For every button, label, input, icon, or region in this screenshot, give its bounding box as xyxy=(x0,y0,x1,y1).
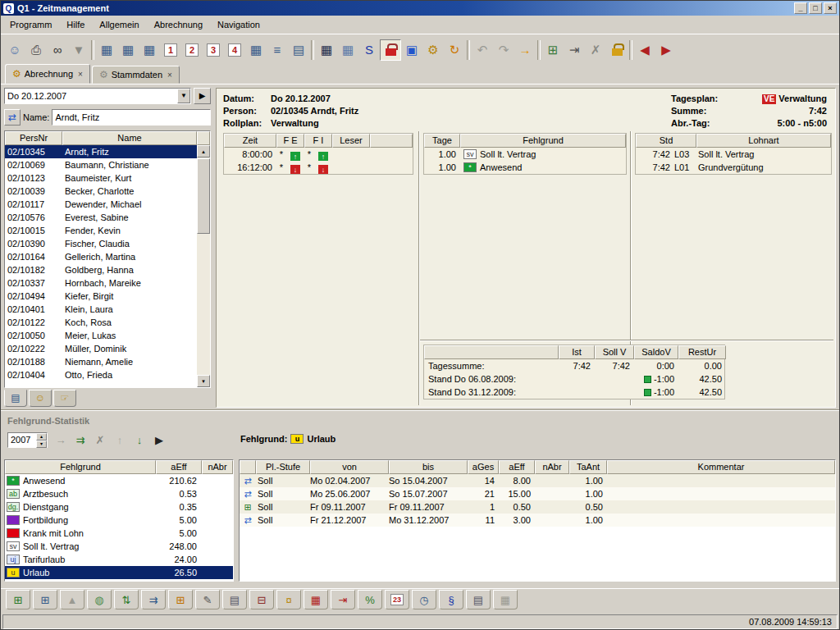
drag-view-tab[interactable]: ☞ xyxy=(53,390,76,407)
view-icon[interactable]: ∞ xyxy=(47,39,68,61)
calendar-2-icon[interactable]: 2 xyxy=(181,39,203,61)
timesheet-icon[interactable]: ⊞ xyxy=(6,590,30,609)
next-icon[interactable]: → xyxy=(52,431,70,448)
employee-row[interactable]: 02/10182 Goldberg, Hanna xyxy=(5,263,197,276)
balance-icon[interactable]: ⇅ xyxy=(114,590,139,609)
employee-row[interactable]: 02/10039 Becker, Charlotte xyxy=(5,185,197,198)
paragraph-icon[interactable]: § xyxy=(439,590,463,609)
lohnart-row[interactable]: 7:42 L03 Soll lt. Vertrag xyxy=(636,148,831,161)
booking-row[interactable]: 8:00:00 * ↑ * ↑ xyxy=(224,148,413,161)
period-row[interactable]: ⇄ Soll Mo 02.04.2007 So 15.04.2007 14 8.… xyxy=(240,474,835,487)
fehlgrund-row[interactable]: sv Soll lt. Vertrag 248.00 xyxy=(5,540,233,553)
vertical-scrollbar[interactable]: ▴ ▾ xyxy=(197,145,210,387)
tab[interactable]: ⚙ Stammdaten × xyxy=(92,66,180,84)
saldo-icon[interactable]: S xyxy=(358,39,380,61)
absence-icon[interactable]: ▦ xyxy=(304,590,328,609)
pyramid-icon[interactable]: ▲ xyxy=(60,590,84,609)
journal-icon[interactable]: ▤ xyxy=(288,39,309,61)
cell-icon[interactable]: ▦ xyxy=(337,39,358,61)
employee-row[interactable]: 02/10122 Koch, Rosa xyxy=(5,316,197,329)
gears-icon[interactable]: ⚙ xyxy=(422,39,444,61)
menu-item[interactable]: Hilfe xyxy=(59,17,92,32)
fehlgrund-day-row[interactable]: 1.00 * Anwesend xyxy=(424,161,626,174)
name-input[interactable] xyxy=(52,109,211,126)
employee-row[interactable]: 02/10069 Baumann, Christiane xyxy=(5,158,197,171)
lohnart-row[interactable]: 7:42 L01 Grundvergütung xyxy=(636,161,831,174)
week-grid-icon[interactable]: ▦ xyxy=(117,39,139,61)
employee-row[interactable]: 02/10404 Otto, Frieda xyxy=(5,368,197,381)
close-button[interactable]: × xyxy=(824,2,837,14)
minimize-button[interactable]: _ xyxy=(794,2,807,14)
list-view-tab[interactable]: ▤ xyxy=(4,390,27,407)
employee-row[interactable]: 02/10390 Fischer, Claudia xyxy=(5,237,197,250)
first-record-icon[interactable]: ◀ xyxy=(634,39,655,61)
employee-row[interactable]: 02/10123 Baumeister, Kurt xyxy=(5,171,197,185)
terminal-icon[interactable]: ✎ xyxy=(195,590,220,609)
edit-grid-icon[interactable]: ⊞ xyxy=(168,590,193,609)
lock-icon[interactable] xyxy=(380,39,401,61)
go-icon[interactable]: → xyxy=(514,39,536,61)
chart-icon[interactable]: ▦ xyxy=(493,590,518,609)
summary-icon[interactable]: ⊟ xyxy=(249,590,274,609)
employee-row[interactable]: 02/10345 Arndt, Fritz xyxy=(5,145,197,158)
calendar-export-icon[interactable]: ⇉ xyxy=(71,431,89,448)
load-day-button[interactable]: ▶ xyxy=(194,88,211,104)
clipboard-icon[interactable]: ▤ xyxy=(222,590,247,609)
payroll-icon[interactable]: ¤ xyxy=(276,590,301,609)
date-input[interactable] xyxy=(5,89,177,103)
list-icon[interactable]: ≡ xyxy=(267,39,288,61)
move-up-icon[interactable]: ↑ xyxy=(111,431,129,448)
report-icon[interactable]: ▤ xyxy=(466,590,491,609)
play-icon[interactable]: ▶ xyxy=(150,431,168,448)
separator[interactable] xyxy=(629,40,632,60)
swap-search-icon[interactable]: ⇄ xyxy=(4,109,21,126)
logout-icon[interactable]: ⇥ xyxy=(331,590,355,609)
maximize-button[interactable]: □ xyxy=(809,2,822,14)
column-header-persnr[interactable]: PersNr xyxy=(5,131,62,145)
last-record-icon[interactable]: ▶ xyxy=(655,39,677,61)
calendar-3-icon[interactable]: 3 xyxy=(203,39,224,61)
scrollbar-thumb[interactable] xyxy=(197,158,210,234)
year-input[interactable] xyxy=(8,433,36,447)
group-view-tab[interactable]: ☺ xyxy=(29,390,52,407)
fehlgrund-row[interactable]: u Urlaub 26.50 xyxy=(5,566,233,579)
permissions-icon[interactable] xyxy=(606,39,628,61)
employee-row[interactable]: 02/10188 Niemann, Amelie xyxy=(5,355,197,368)
delete-icon[interactable]: ✗ xyxy=(91,431,109,448)
scroll-up-icon[interactable]: ▴ xyxy=(197,145,210,158)
database-icon[interactable]: ◍ xyxy=(87,590,112,609)
timesheet-alt-icon[interactable]: ⊞ xyxy=(33,590,57,609)
period-row[interactable]: ⇄ Soll Mo 25.06.2007 So 15.07.2007 21 15… xyxy=(240,487,835,500)
fehlgrund-row[interactable]: dg. Dienstgang 0.35 xyxy=(5,500,233,514)
copies-icon[interactable]: ▣ xyxy=(401,39,422,61)
employee-row[interactable]: 02/10222 Müller, Dominik xyxy=(5,342,197,355)
month-grid-icon[interactable]: ▦ xyxy=(139,39,160,61)
active-cell-icon[interactable]: ▦ xyxy=(316,39,337,61)
redo-icon[interactable]: ↷ xyxy=(493,39,514,61)
employee-row[interactable]: 02/10494 Kiefer, Birgit xyxy=(5,290,197,303)
calendar-icon[interactable]: ▦ xyxy=(245,39,267,61)
booking-row[interactable]: 16:12:00 * ↓ * ↓ xyxy=(224,161,413,174)
calendar-1-icon[interactable]: 1 xyxy=(160,39,181,61)
date-icon[interactable]: 23 xyxy=(385,590,409,609)
separator[interactable] xyxy=(91,40,94,60)
spin-down-icon[interactable]: ▾ xyxy=(36,441,47,448)
day-grid-icon[interactable]: ▦ xyxy=(96,39,117,61)
employee-row[interactable]: 02/10337 Hornbach, Mareike xyxy=(5,276,197,290)
menu-item[interactable]: Abrechnung xyxy=(147,17,210,32)
chevron-down-icon[interactable]: ▼ xyxy=(177,89,190,103)
separator[interactable] xyxy=(467,40,470,60)
undo-icon[interactable]: ↶ xyxy=(472,39,493,61)
tab[interactable]: ⚙ Abrechnung × xyxy=(5,64,90,84)
fehlgrund-row[interactable]: Krank mit Lohn 5.00 xyxy=(5,527,233,540)
period-row[interactable]: ⊞ Soll Fr 09.11.2007 Fr 09.11.2007 1 0.5… xyxy=(240,500,835,514)
employee-row[interactable]: 02/10576 Everest, Sabine xyxy=(5,211,197,224)
tab-close-icon[interactable]: × xyxy=(167,71,172,80)
period-row[interactable]: ⇄ Soll Fr 21.12.2007 Mo 31.12.2007 11 3.… xyxy=(240,514,835,527)
menu-item[interactable]: Navigation xyxy=(210,17,267,32)
employee-row[interactable]: 02/10117 Dewender, Michael xyxy=(5,198,197,211)
fehlgrund-row[interactable]: ab Arztbesuch 0.53 xyxy=(5,487,233,500)
scroll-down-icon[interactable]: ▾ xyxy=(197,375,210,387)
employee-row[interactable]: 02/10015 Fender, Kevin xyxy=(5,224,197,237)
employee-row[interactable]: 02/10050 Meier, Lukas xyxy=(5,329,197,342)
